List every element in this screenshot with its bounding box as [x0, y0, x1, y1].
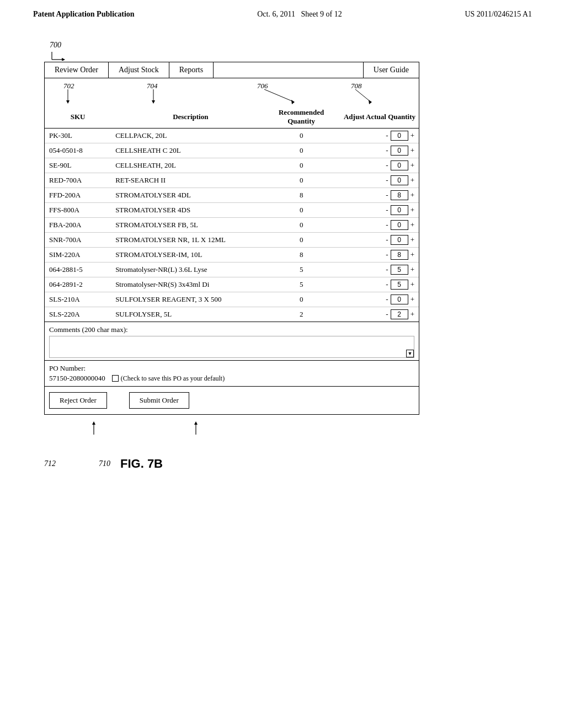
plus-button[interactable]: +	[411, 265, 414, 274]
plus-button[interactable]: +	[411, 295, 414, 304]
adj-qty-input[interactable]	[391, 160, 408, 170]
minus-button[interactable]: -	[386, 310, 388, 319]
po-checkbox[interactable]	[112, 375, 119, 382]
plus-button[interactable]: +	[411, 131, 414, 140]
adj-qty-input[interactable]	[391, 220, 408, 230]
plus-button[interactable]: +	[411, 280, 414, 289]
po-check-label: (Check to save this PO as your default)	[112, 374, 225, 383]
adj-qty-input[interactable]	[391, 265, 408, 275]
ref-712: 712	[44, 459, 56, 468]
minus-button[interactable]: -	[386, 176, 388, 185]
svg-marker-2	[62, 58, 65, 61]
table-row: SLS-220ASULFOLYSER, 5L2-+	[45, 307, 419, 322]
minus-button[interactable]: -	[386, 221, 388, 229]
cell-adj-qty[interactable]: -+	[333, 292, 419, 307]
cell-sku: 054-0501-8	[45, 143, 111, 158]
cell-adj-qty[interactable]: -+	[333, 248, 419, 263]
plus-button[interactable]: +	[411, 250, 414, 259]
plus-button[interactable]: +	[411, 221, 414, 229]
cell-rec-qty: 8	[270, 248, 332, 263]
minus-button[interactable]: -	[386, 280, 388, 289]
cell-adj-qty[interactable]: -+	[333, 233, 419, 248]
plus-button[interactable]: +	[411, 310, 414, 319]
cell-description: STROMATOLYSER NR, 1L X 12ML	[111, 233, 270, 248]
plus-button[interactable]: +	[411, 161, 414, 170]
cell-adj-qty[interactable]: -+	[333, 129, 419, 143]
svg-line-9	[355, 89, 370, 101]
tab-bar: Review Order Adjust Stock Reports User G…	[45, 62, 419, 78]
button-row: Reject Order Submit Order	[45, 386, 419, 414]
tab-adjust-stock[interactable]: Adjust Stock	[109, 62, 169, 78]
adj-qty-input[interactable]	[391, 175, 408, 185]
minus-button[interactable]: -	[386, 146, 388, 155]
table-row: PK-30LCELLPACK, 20L0-+	[45, 129, 419, 143]
minus-button[interactable]: -	[386, 295, 388, 304]
svg-marker-14	[194, 421, 198, 425]
arrow-700	[51, 51, 521, 61]
cell-adj-qty[interactable]: -+	[333, 218, 419, 233]
reject-order-button[interactable]: Reject Order	[49, 392, 107, 409]
adj-qty-input[interactable]	[391, 190, 408, 200]
cell-description: SULFOLYSER, 5L	[111, 307, 270, 322]
tab-review-order[interactable]: Review Order	[45, 62, 109, 78]
cell-adj-qty[interactable]: -+	[333, 203, 419, 218]
table-header-row: SKU Description Recommended Quantity Adj…	[45, 106, 419, 129]
adj-qty-input[interactable]	[391, 280, 408, 290]
comments-box[interactable]: ▼	[49, 336, 414, 358]
table-row: FFS-800ASTROMATOLYSER 4DS0-+	[45, 203, 419, 218]
cell-adj-qty[interactable]: -+	[333, 143, 419, 158]
svg-marker-6	[152, 100, 155, 104]
cell-adj-qty[interactable]: -+	[333, 277, 419, 292]
cell-description: RET-SEARCH II	[111, 173, 270, 188]
cell-description: STROMATOLYSER 4DL	[111, 188, 270, 203]
minus-button[interactable]: -	[386, 250, 388, 259]
patent-left: Patent Application Publication	[33, 10, 135, 19]
minus-button[interactable]: -	[386, 161, 388, 170]
ref-arrows-svg	[45, 78, 419, 106]
cell-rec-qty: 0	[270, 218, 332, 233]
adj-qty-input[interactable]	[391, 205, 408, 215]
plus-button[interactable]: +	[411, 146, 414, 155]
adj-qty-input[interactable]	[391, 295, 408, 304]
patent-right: US 2011/0246215 A1	[465, 10, 532, 19]
cell-rec-qty: 0	[270, 129, 332, 143]
po-row: 57150-2080000040 (Check to save this PO …	[49, 374, 414, 383]
patent-center: Oct. 6, 2011 Sheet 9 of 12	[257, 10, 342, 19]
submit-order-button[interactable]: Submit Order	[129, 392, 189, 409]
col-header-sku: SKU	[45, 106, 111, 129]
cell-adj-qty[interactable]: -+	[333, 173, 419, 188]
table-row: 064-2891-2Stromatolyser-NR(S) 3x43ml Di5…	[45, 277, 419, 292]
minus-button[interactable]: -	[386, 131, 388, 140]
minus-button[interactable]: -	[386, 235, 388, 244]
svg-marker-8	[291, 100, 295, 104]
cell-adj-qty[interactable]: -+	[333, 158, 419, 173]
cell-adj-qty[interactable]: -+	[333, 307, 419, 322]
table-row: 064-2881-5Stromatolyser-NR(L) 3.6L Lyse5…	[45, 263, 419, 277]
adj-qty-input[interactable]	[391, 250, 408, 260]
col-header-qty: Recommended Quantity	[270, 106, 332, 129]
cell-adj-qty[interactable]: -+	[333, 263, 419, 277]
table-row: SNR-700ASTROMATOLYSER NR, 1L X 12ML0-+	[45, 233, 419, 248]
adj-qty-input[interactable]	[391, 235, 408, 245]
plus-button[interactable]: +	[411, 191, 414, 200]
adj-qty-input[interactable]	[391, 309, 408, 319]
table-row: SLS-210ASULFOLYSER REAGENT, 3 X 5000-+	[45, 292, 419, 307]
cell-adj-qty[interactable]: -+	[333, 188, 419, 203]
cell-sku: SIM-220A	[45, 248, 111, 263]
comments-scrollbar[interactable]: ▼	[406, 350, 414, 357]
cell-sku: SNR-700A	[45, 233, 111, 248]
minus-button[interactable]: -	[386, 206, 388, 215]
po-number: 57150-2080000040	[49, 374, 105, 383]
plus-button[interactable]: +	[411, 235, 414, 244]
adj-qty-input[interactable]	[391, 146, 408, 156]
tab-user-guide[interactable]: User Guide	[364, 62, 419, 78]
table-row: 054-0501-8CELLSHEATH C 20L0-+	[45, 143, 419, 158]
cell-rec-qty: 5	[270, 277, 332, 292]
adj-qty-input[interactable]	[391, 131, 408, 141]
svg-marker-4	[66, 100, 70, 104]
tab-reports[interactable]: Reports	[169, 62, 214, 78]
minus-button[interactable]: -	[386, 191, 388, 200]
plus-button[interactable]: +	[411, 206, 414, 215]
plus-button[interactable]: +	[411, 176, 414, 185]
minus-button[interactable]: -	[386, 265, 388, 274]
